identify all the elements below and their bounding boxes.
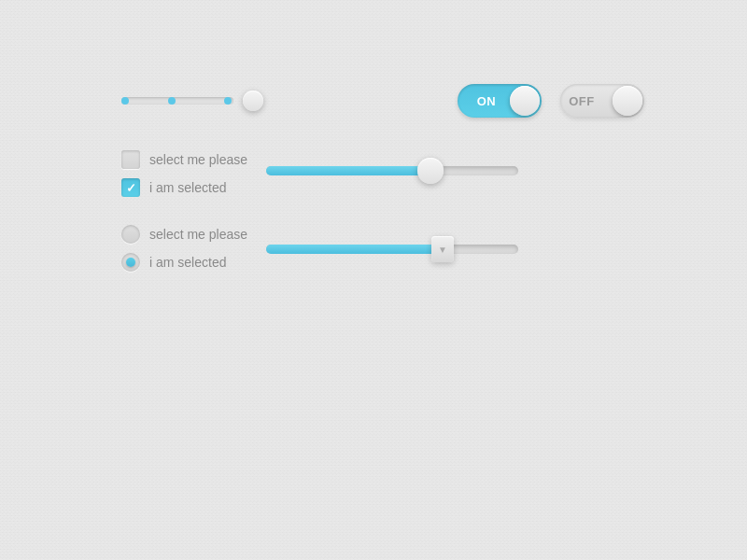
radio-selected-circle[interactable] — [121, 253, 140, 272]
range-thumb[interactable] — [243, 91, 263, 111]
radio-unselected-label: select me please — [149, 227, 247, 242]
toggle-off-knob — [613, 86, 642, 116]
checkbox-unchecked-label: select me please — [149, 152, 247, 167]
toggle-on-knob — [510, 86, 540, 116]
slider-arrow-fill — [266, 245, 443, 254]
radio-unselected[interactable]: select me please — [121, 225, 247, 244]
slider-round[interactable] — [266, 160, 518, 182]
toggle-on[interactable]: ON — [458, 84, 542, 118]
slider-arrow-thumb[interactable] — [431, 236, 454, 262]
slider-round-track — [266, 166, 518, 175]
slider-round-thumb[interactable] — [417, 158, 444, 184]
toggle-off[interactable]: OFF — [560, 84, 644, 118]
checkbox-checked-box[interactable] — [121, 178, 140, 197]
range-dot-3 — [224, 97, 232, 105]
toggle-on-label: ON — [458, 94, 508, 108]
slider-arrow[interactable] — [266, 238, 518, 260]
radio-unselected-circle[interactable] — [121, 225, 140, 244]
range-slider[interactable] — [121, 97, 233, 105]
radio-selected[interactable]: i am selected — [121, 253, 247, 272]
checkbox-checked-label: i am selected — [149, 180, 226, 195]
checkbox-unchecked[interactable]: select me please — [121, 150, 247, 169]
radio-selected-label: i am selected — [149, 255, 226, 270]
checkbox-unchecked-box[interactable] — [121, 150, 140, 169]
range-dot-2 — [168, 97, 176, 105]
range-track — [121, 97, 233, 105]
slider-arrow-track — [266, 245, 518, 254]
radio-group: select me please i am selected — [121, 225, 247, 272]
checkbox-checked[interactable]: i am selected — [121, 178, 247, 197]
slider-round-fill — [266, 166, 430, 175]
toggle-group: ON OFF — [458, 84, 644, 118]
toggle-off-label: OFF — [560, 94, 611, 108]
range-dot-1 — [121, 97, 129, 105]
checkbox-group: select me please i am selected — [121, 150, 247, 197]
